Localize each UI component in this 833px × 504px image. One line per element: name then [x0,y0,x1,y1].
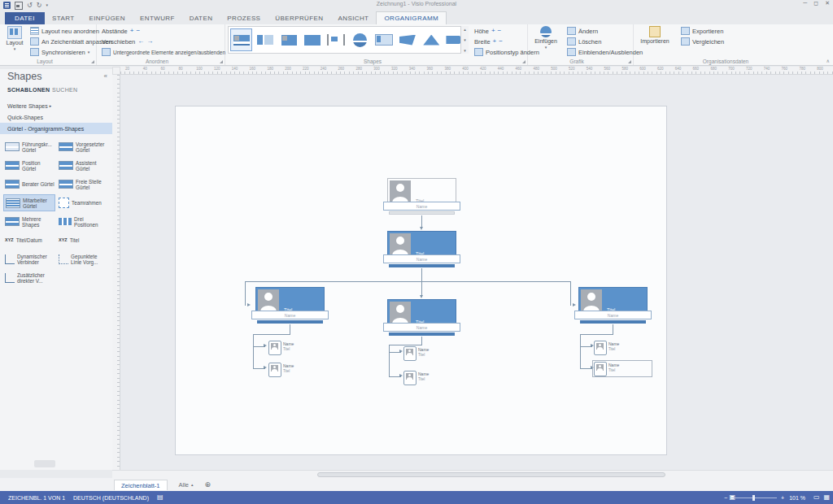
tab-datei[interactable]: DATEI [5,12,45,24]
org-node-right[interactable]: Titel Name [574,287,652,324]
add-page-icon[interactable]: ⊕ [205,480,212,489]
connector[interactable] [245,281,246,306]
collapse-ribbon-icon[interactable]: ∧ [826,58,830,63]
connector[interactable] [421,215,422,228]
minus-icon[interactable]: − [136,28,140,34]
zoom-out-icon[interactable]: − [724,495,727,501]
stencil-item-fuehrungskraefte-guertel[interactable]: Führungskr...Gürtel [3,138,55,155]
dialog-launcher-icon[interactable] [628,60,631,63]
connector[interactable] [290,324,290,334]
stencil-item-position-guertel[interactable]: PositionGürtel [3,157,55,174]
stencil-item-gepunktete-linie[interactable]: GepunkteteLinie Vorg... [57,250,109,267]
zoom-slider-knob[interactable] [752,495,755,501]
connector[interactable] [245,281,571,282]
maximize-button[interactable]: ◻ [813,0,818,7]
stencil-item-titel[interactable]: XYZTitel [57,232,109,249]
stencil-item-freie-stelle-guertel[interactable]: Freie StelleGürtel [57,176,109,193]
undo-icon[interactable]: ↺ [27,2,33,9]
shape-style-thumb-box-photo[interactable] [277,28,299,51]
all-pages-button[interactable]: Alle▴ [179,481,194,489]
stencil-item-vorgesetzter-guertel[interactable]: VorgesetzterGürtel [57,138,109,155]
dialog-launcher-icon[interactable] [220,60,223,63]
macro-status-icon[interactable]: ▤ [157,493,164,502]
shape-style-thumb-card[interactable] [373,28,395,51]
connector[interactable] [421,268,422,281]
switch-windows-icon[interactable]: ▦ [823,493,830,502]
tab-start[interactable]: START [45,12,81,24]
page-tab-zeichenblatt-1[interactable]: Zeichenblatt-1 [114,480,168,490]
redo-icon[interactable]: ↻ [37,2,42,9]
shape-style-thumb-belt-left[interactable] [254,28,276,51]
drawing-page[interactable]: Titel Name Titel Name Titel Name T [175,106,667,455]
abstaende-control[interactable]: Abstände+− [99,26,228,36]
shape-style-thumb-box[interactable] [302,28,324,51]
dialog-launcher-icon[interactable] [522,60,526,63]
stencil-item-assistent-guertel[interactable]: AssistentGürtel [57,157,109,174]
tab-ueberpruefen[interactable]: ÜBERPRÜFEN [268,12,330,24]
gallery-up-icon[interactable]: ▴ [464,27,466,32]
gallery-down-icon[interactable]: ▾ [464,37,466,42]
zoom-in-icon[interactable]: + [781,495,784,501]
panel-collapse-icon[interactable]: « [104,72,107,80]
shape-style-thumb-circle[interactable] [349,28,371,51]
tab-einfuegen[interactable]: EINFÜGEN [81,12,133,24]
connector[interactable] [253,334,254,369]
drawing-canvas[interactable]: Titel Name Titel Name Titel Name T [120,75,833,470]
tab-schablonen[interactable]: SCHABLONEN [7,87,50,93]
employee-item[interactable]: Name Titel [403,371,457,385]
plus-icon[interactable]: + [491,28,495,34]
org-node-left[interactable]: Titel Name [251,287,329,324]
stencil-item-mehrere-shapes[interactable]: MehrereShapes [3,213,55,230]
connector[interactable] [613,324,613,334]
arrow-right-icon[interactable]: → [146,38,153,45]
connector[interactable] [389,345,422,345]
tab-entwurf[interactable]: ENTWURF [133,12,182,24]
horizontal-scrollbar[interactable] [112,470,833,478]
zoom-slider[interactable] [731,497,777,498]
importieren-button[interactable]: Importieren [636,26,674,44]
stencil-item-drei-positionen[interactable]: DreiPositionen [57,213,109,230]
stencil-guertel-organigramm-item[interactable]: Gürtel - Organigramm-Shapes [0,123,112,134]
connector[interactable] [580,334,581,369]
org-node-root[interactable]: Titel Name [383,178,460,215]
stencil-item-titel-datum[interactable]: XYZTitel/Datum [3,232,55,249]
arrow-left-icon[interactable]: ← [137,38,144,45]
tab-organigramm[interactable]: ORGANIGRAMM [376,11,447,24]
status-page-info[interactable]: ZEICHENBL. 1 VON 1 [8,495,65,501]
stencil-item-teamrahmen[interactable]: Teamrahmen [57,194,109,211]
tab-ansicht[interactable]: ANSICHT [330,12,376,24]
stencil-item-mitarbeiter-guertel[interactable]: MitarbeiterGürtel [3,194,55,211]
employee-item[interactable]: Name Titel [268,341,322,355]
zoom-level[interactable]: 101 % [789,495,805,501]
employee-item[interactable]: Name Titel [268,363,322,377]
employee-item[interactable]: Name Titel [403,346,457,361]
tab-daten[interactable]: DATEN [182,12,220,24]
minimize-button[interactable]: ─ [803,0,807,7]
layout-button[interactable]: Layout ▾ [2,26,27,51]
employee-item[interactable]: Name Titel [594,362,648,376]
connector[interactable] [421,337,422,345]
gallery-more-icon[interactable]: ▾ [464,48,466,53]
connector[interactable] [421,281,422,296]
quick-shapes-item[interactable]: Quick-Shapes [0,111,112,123]
dialog-launcher-icon[interactable] [91,60,94,63]
status-language[interactable]: DEUTSCH (DEUTSCHLAND) [73,495,149,501]
horizontal-scrollbar-thumb[interactable] [317,472,665,477]
visio-logo-icon[interactable] [3,2,11,9]
connector[interactable] [389,345,390,377]
close-button[interactable]: ✕ [825,0,830,7]
stencil-item-zusaetzlicher-verbinder[interactable]: Zusätzlicherdirekter V... [3,269,55,286]
plus-icon[interactable]: + [130,28,134,34]
shape-style-thumb-pennant[interactable] [396,28,418,51]
untergeordnete-elemente-button[interactable]: Untergeordnete Elemente anzeigen/ausblen… [99,47,228,57]
connector[interactable] [580,334,613,335]
stencil-item-berater-guertel[interactable]: Berater Gürtel [3,176,55,193]
shape-style-thumb-belt[interactable] [230,28,252,51]
connector[interactable] [570,281,571,306]
connector[interactable] [253,334,290,335]
org-node-manager[interactable]: Titel Name [383,231,460,268]
qat-dropdown-icon[interactable]: ▾ [46,2,48,9]
stencil-item-dynamischer-verbinder[interactable]: DynamischerVerbinder [3,250,55,267]
plus-icon[interactable]: + [493,38,497,45]
employee-item[interactable]: Name Titel [594,341,648,355]
